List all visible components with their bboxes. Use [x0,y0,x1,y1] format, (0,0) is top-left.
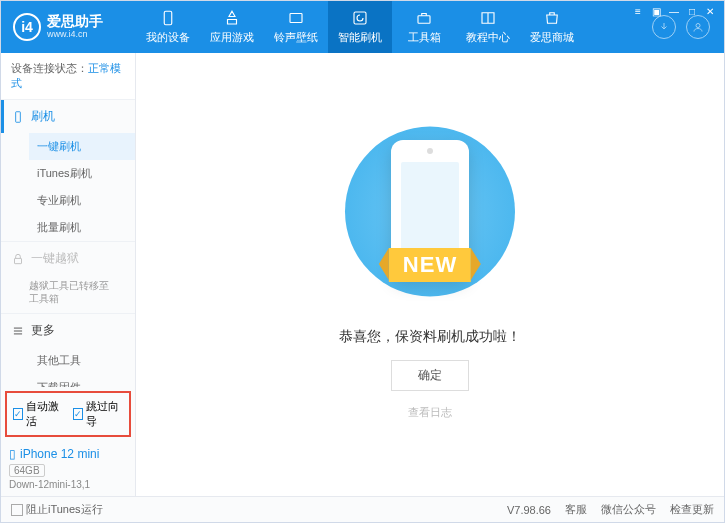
skin-icon[interactable]: ▣ [648,4,664,18]
check-update-link[interactable]: 检查更新 [670,502,714,517]
options-highlight-box: ✓ 自动激活 ✓ 跳过向导 [5,391,131,437]
view-log-link[interactable]: 查看日志 [408,405,452,420]
checkbox-label: 自动激活 [26,399,63,429]
section-title: 一键越狱 [31,250,79,267]
phone-icon [11,110,25,124]
success-message: 恭喜您，保资料刷机成功啦！ [339,328,521,346]
nav-smart-flash[interactable]: 智能刷机 [328,1,392,53]
sidebar-section-flash[interactable]: 刷机 [1,100,135,133]
sidebar-scroll[interactable]: 刷机 一键刷机 iTunes刷机 专业刷机 批量刷机 一键越狱 越狱工具已转移至… [1,100,135,387]
sidebar-item-oneclick-flash[interactable]: 一键刷机 [29,133,135,160]
toolbox-icon [415,9,433,27]
checkbox-label: 跳过向导 [86,399,123,429]
svg-rect-5 [16,111,21,122]
nav-label: 智能刷机 [338,30,382,45]
svg-rect-1 [290,14,302,23]
menu-icon[interactable]: ≡ [630,4,646,18]
refresh-icon [351,9,369,27]
footer: ✓ 阻止iTunes运行 V7.98.66 客服 微信公众号 检查更新 [1,496,724,522]
nav-store[interactable]: 爱思商城 [520,1,584,53]
logo-area: i4 爱思助手 www.i4.cn [1,13,136,41]
new-banner: NEW [389,248,471,282]
nav-apps-games[interactable]: 应用游戏 [200,1,264,53]
close-button[interactable]: ✕ [702,4,718,18]
device-status: 设备连接状态：正常模式 [1,53,135,100]
section-title: 更多 [31,322,55,339]
checkbox-block-itunes[interactable]: ✓ 阻止iTunes运行 [11,502,103,517]
maximize-button[interactable]: □ [684,4,700,18]
nav-label: 我的设备 [146,30,190,45]
lock-icon [11,252,25,266]
nav-label: 应用游戏 [210,30,254,45]
nav-tutorials[interactable]: 教程中心 [456,1,520,53]
status-label: 设备连接状态： [11,62,88,74]
device-model: Down-12mini-13,1 [9,479,127,490]
nav-label: 教程中心 [466,30,510,45]
sidebar: 设备连接状态：正常模式 刷机 一键刷机 iTunes刷机 专业刷机 批量刷机 [1,53,136,496]
nav-toolbox[interactable]: 工具箱 [392,1,456,53]
check-icon: ✓ [13,408,23,420]
nav-ringtone-wallpaper[interactable]: 铃声壁纸 [264,1,328,53]
nav-my-device[interactable]: 我的设备 [136,1,200,53]
wechat-link[interactable]: 微信公众号 [601,502,656,517]
svg-rect-2 [354,12,366,24]
nav-label: 工具箱 [408,30,441,45]
check-icon: ✓ [73,408,83,420]
titlebar: i4 爱思助手 www.i4.cn 我的设备 应用游戏 铃声壁纸 智能刷机 [1,1,724,53]
app-subtitle: www.i4.cn [47,30,103,40]
app-window: i4 爱思助手 www.i4.cn 我的设备 应用游戏 铃声壁纸 智能刷机 [0,0,725,523]
sidebar-item-pro-flash[interactable]: 专业刷机 [29,187,135,214]
svg-rect-0 [164,11,172,25]
success-illustration: NEW [320,130,540,310]
main-content: NEW 恭喜您，保资料刷机成功啦！ 确定 查看日志 [136,53,724,496]
store-icon [543,9,561,27]
checkbox-label: 阻止iTunes运行 [26,502,103,517]
version-label: V7.98.66 [507,504,551,516]
device-panel: ▯ iPhone 12 mini 64GB Down-12mini-13,1 [1,441,135,496]
svg-point-4 [696,24,700,28]
body: 设备连接状态：正常模式 刷机 一键刷机 iTunes刷机 专业刷机 批量刷机 [1,53,724,496]
sidebar-section-jailbreak[interactable]: 一键越狱 [1,242,135,275]
minimize-button[interactable]: — [666,4,682,18]
logo-icon: i4 [13,13,41,41]
checkbox-icon: ✓ [11,504,23,516]
svg-rect-3 [418,16,430,24]
sidebar-item-download-firmware[interactable]: 下载固件 [29,374,135,387]
svg-rect-6 [15,258,22,263]
sidebar-item-other-tools[interactable]: 其他工具 [29,347,135,374]
checkbox-skip-wizard[interactable]: ✓ 跳过向导 [73,399,123,429]
phone-icon: ▯ [9,447,16,461]
apps-icon [223,9,241,27]
book-icon [479,9,497,27]
list-icon [11,324,25,338]
titlebar-right [652,15,724,39]
storage-badge: 64GB [9,464,45,477]
nav-label: 铃声壁纸 [274,30,318,45]
service-link[interactable]: 客服 [565,502,587,517]
nav-label: 爱思商城 [530,30,574,45]
app-title: 爱思助手 [47,14,103,29]
sidebar-section-more[interactable]: 更多 [1,314,135,347]
device-icon [159,9,177,27]
folder-icon [287,9,305,27]
device-name[interactable]: ▯ iPhone 12 mini [9,447,127,461]
top-nav: 我的设备 应用游戏 铃声壁纸 智能刷机 工具箱 教程中心 [136,1,652,53]
sidebar-item-batch-flash[interactable]: 批量刷机 [29,214,135,241]
sidebar-item-itunes-flash[interactable]: iTunes刷机 [29,160,135,187]
section-title: 刷机 [31,108,55,125]
window-controls: ≡ ▣ — □ ✕ [630,4,718,18]
jailbreak-note: 越狱工具已转移至 工具箱 [1,275,135,313]
ok-button[interactable]: 确定 [391,360,469,391]
download-button[interactable] [652,15,676,39]
checkbox-auto-activate[interactable]: ✓ 自动激活 [13,399,63,429]
user-button[interactable] [686,15,710,39]
